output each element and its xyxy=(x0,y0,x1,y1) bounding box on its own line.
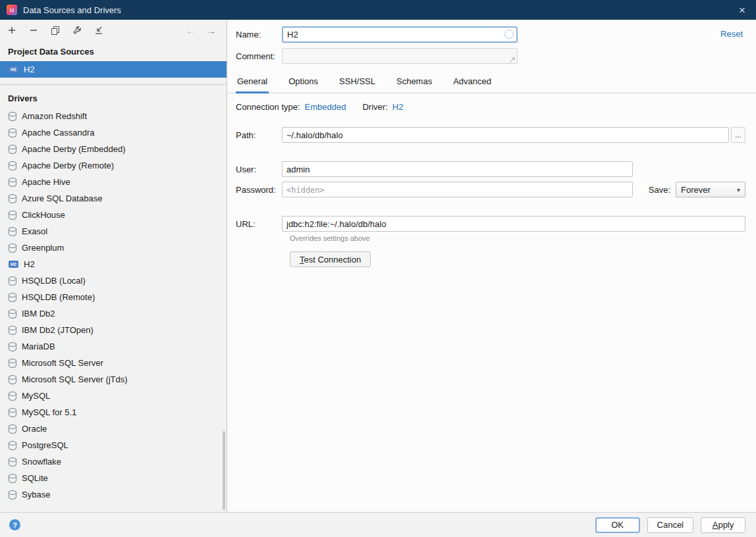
history-nav: ← → xyxy=(186,26,220,36)
password-row: Password: Save: Forever ▾ xyxy=(236,182,745,197)
tab-schemas[interactable]: Schemas xyxy=(395,72,433,93)
driver-item-sqlite[interactable]: SQLite xyxy=(0,470,227,486)
driver-item-sybase[interactable]: Sybase xyxy=(0,486,227,503)
save-dropdown-value: Forever xyxy=(681,185,711,195)
data-source-label: H2 xyxy=(24,64,35,74)
driver-label: Driver: xyxy=(362,102,387,112)
database-icon xyxy=(9,457,16,467)
driver-item-snowflake[interactable]: Snowflake xyxy=(0,453,227,470)
ok-button[interactable]: OK xyxy=(595,517,640,533)
driver-item-ibm-db2[interactable]: IBM Db2 xyxy=(0,305,227,322)
forward-arrow-icon[interactable]: → xyxy=(206,26,216,36)
database-icon xyxy=(9,227,16,236)
driver-item-oracle[interactable]: Oracle xyxy=(0,421,227,437)
footer: OK Cancel Apply xyxy=(0,512,756,537)
tab-general[interactable]: General xyxy=(236,72,269,93)
database-icon xyxy=(9,243,16,253)
sidebar-scrollbar[interactable] xyxy=(223,431,225,510)
driver-item-amazon-redshift[interactable]: Amazon Redshift xyxy=(0,108,227,124)
test-connection-button[interactable]: Test Connection xyxy=(290,251,371,267)
database-icon xyxy=(9,276,16,286)
help-icon[interactable] xyxy=(9,519,20,530)
database-icon xyxy=(9,359,16,368)
driver-item-postgresql[interactable]: PostgreSQL xyxy=(0,437,227,453)
driver-item-exasol[interactable]: Exasol xyxy=(0,223,227,240)
name-label: Name: xyxy=(236,30,282,39)
name-input[interactable] xyxy=(282,26,518,43)
driver-item-apache-hive[interactable]: Apache Hive xyxy=(0,174,227,190)
database-icon xyxy=(9,474,16,483)
driver-item-hsqldb-local[interactable]: HSQLDB (Local) xyxy=(0,272,227,289)
add-icon[interactable] xyxy=(7,25,17,36)
remove-icon[interactable] xyxy=(28,25,39,36)
driver-item-apache-derby-remote[interactable]: Apache Derby (Remote) xyxy=(0,157,227,174)
user-input[interactable] xyxy=(282,161,633,177)
tab-advanced[interactable]: Advanced xyxy=(452,72,493,93)
h2-icon xyxy=(9,261,18,268)
apply-button[interactable]: Apply xyxy=(701,517,745,533)
database-icon xyxy=(9,392,16,401)
database-icon xyxy=(9,112,16,121)
database-icon xyxy=(9,490,16,499)
sidebar-divider xyxy=(0,84,227,85)
driver-item-mysql-for-51[interactable]: MySQL for 5.1 xyxy=(0,404,227,421)
driver-item-microsoft-sql-server[interactable]: Microsoft SQL Server xyxy=(0,355,227,371)
close-icon[interactable] xyxy=(735,5,749,16)
database-icon xyxy=(9,408,16,417)
project-data-sources-header: Project Data Sources xyxy=(0,41,227,61)
driver-properties-wrench-icon[interactable] xyxy=(72,25,82,36)
driver-item-greenplum[interactable]: Greenplum xyxy=(0,240,227,256)
driver-item-ibm-db2-jtopen[interactable]: IBM Db2 (JTOpen) xyxy=(0,322,227,338)
driver-item-mysql[interactable]: MySQL xyxy=(0,388,227,404)
driver-item-clickhouse[interactable]: ClickHouse xyxy=(0,207,227,223)
comment-input[interactable] xyxy=(282,48,518,64)
connection-type-value-link[interactable]: Embedded xyxy=(305,102,346,112)
tab-ssh-ssl[interactable]: SSH/SSL xyxy=(338,72,377,93)
connection-type-row: Connection type: Embedded Driver: H2 xyxy=(236,102,745,112)
titlebar: Data Sources and Drivers xyxy=(0,0,756,20)
database-icon xyxy=(9,194,16,203)
name-indicator-icon xyxy=(504,30,514,39)
database-icon xyxy=(9,441,16,450)
reset-link[interactable]: Reset xyxy=(720,29,743,39)
url-hint: Overrides settings above xyxy=(290,234,745,242)
url-label: URL: xyxy=(236,219,282,229)
import-icon[interactable] xyxy=(94,25,104,36)
browse-button[interactable]: ... xyxy=(731,127,745,143)
tab-options[interactable]: Options xyxy=(287,72,319,93)
back-arrow-icon[interactable]: ← xyxy=(186,26,196,36)
database-icon xyxy=(9,326,16,335)
duplicate-icon[interactable] xyxy=(50,25,61,36)
database-icon xyxy=(9,211,16,220)
save-dropdown[interactable]: Forever ▾ xyxy=(676,182,745,197)
password-input[interactable] xyxy=(282,182,633,197)
cancel-button[interactable]: Cancel xyxy=(647,517,693,533)
intellij-logo-icon xyxy=(7,5,17,15)
user-label: User: xyxy=(236,165,282,174)
url-row: URL: xyxy=(236,216,745,232)
path-input[interactable] xyxy=(282,127,729,143)
chevron-down-icon: ▾ xyxy=(737,186,740,193)
name-row: Name: Reset xyxy=(236,26,745,43)
path-row: Path: ... xyxy=(236,127,745,143)
save-label: Save: xyxy=(649,185,670,195)
password-label: Password: xyxy=(236,185,282,195)
driver-item-apache-derby-embedded[interactable]: Apache Derby (Embedded) xyxy=(0,141,227,157)
comment-row: Comment: xyxy=(236,48,745,64)
driver-item-mariadb[interactable]: MariaDB xyxy=(0,338,227,355)
settings-tabs: General Options SSH/SSL Schemas Advanced xyxy=(228,72,756,93)
driver-item-hsqldb-remote[interactable]: HSQLDB (Remote) xyxy=(0,289,227,305)
driver-item-h2[interactable]: H2 xyxy=(0,256,227,272)
database-icon xyxy=(9,161,16,170)
url-input[interactable] xyxy=(282,216,745,232)
expand-icon[interactable] xyxy=(509,55,515,61)
dialog-title: Data Sources and Drivers xyxy=(23,5,121,15)
driver-item-azure-sql-database[interactable]: Azure SQL Database xyxy=(0,190,227,207)
driver-item-microsoft-sql-server-jtds[interactable]: Microsoft SQL Server (jTds) xyxy=(0,371,227,388)
database-icon xyxy=(9,342,16,351)
data-sources-dialog: Data Sources and Drivers ← → xyxy=(0,0,756,537)
database-icon xyxy=(9,145,16,154)
driver-item-apache-cassandra[interactable]: Apache Cassandra xyxy=(0,124,227,141)
data-source-item-h2[interactable]: H2 xyxy=(0,61,227,78)
driver-value-link[interactable]: H2 xyxy=(392,102,404,112)
